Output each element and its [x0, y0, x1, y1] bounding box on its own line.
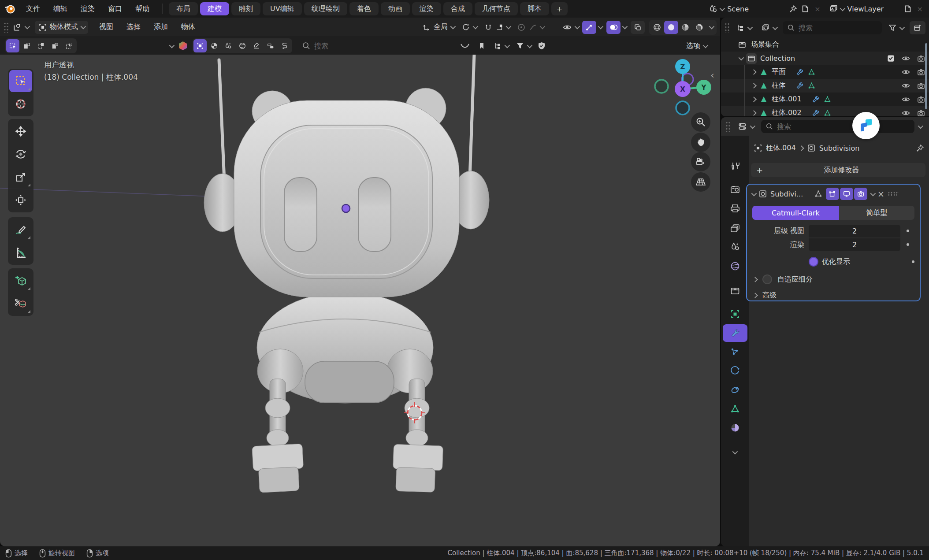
- gizmo-axis-neg-z[interactable]: [676, 101, 689, 115]
- zoom-button[interactable]: [691, 112, 710, 132]
- adaptive-subdivision-row[interactable]: 自适应细分: [747, 273, 920, 286]
- expand-chevron[interactable]: [751, 83, 757, 89]
- modifier-wrench-icon[interactable]: [795, 82, 804, 90]
- render-visibility-icon[interactable]: [917, 82, 925, 90]
- snap-controls[interactable]: [480, 21, 513, 34]
- falloff-dropdown[interactable]: [456, 39, 474, 52]
- select-mode-subtract[interactable]: [34, 39, 48, 52]
- tab-object[interactable]: [723, 305, 747, 323]
- viewport-options-dropdown[interactable]: 选项: [683, 39, 710, 52]
- properties-grip[interactable]: [725, 121, 731, 132]
- levels-render-field[interactable]: 2: [809, 238, 900, 251]
- mesh-data-icon[interactable]: [807, 68, 816, 76]
- outliner-id-filter[interactable]: [758, 21, 780, 34]
- tab-data[interactable]: [723, 400, 747, 418]
- render-visibility-icon[interactable]: [917, 68, 925, 77]
- xray-toggle[interactable]: [631, 21, 645, 34]
- new-viewlayer-icon[interactable]: [903, 4, 913, 14]
- hide-eye-icon[interactable]: [901, 54, 910, 63]
- hide-eye-icon[interactable]: [901, 81, 910, 90]
- filter-object-button[interactable]: [193, 39, 207, 52]
- viewlayer-name[interactable]: ViewLayer: [847, 5, 900, 13]
- levels-viewport-field[interactable]: 2: [809, 225, 900, 237]
- shading-rendered-button[interactable]: [692, 21, 706, 34]
- animate-dot[interactable]: [912, 260, 914, 263]
- breadcrumb-modifier[interactable]: Subdivision: [819, 144, 860, 152]
- tab-modifiers[interactable]: [723, 324, 747, 342]
- modifier-close-button[interactable]: ×: [877, 190, 884, 198]
- menu-help[interactable]: 帮助: [129, 2, 156, 15]
- scale-tool[interactable]: [9, 166, 32, 188]
- filter-action-button[interactable]: [278, 39, 291, 52]
- panel-expand-chevron[interactable]: [751, 190, 757, 196]
- unlink-scene-button[interactable]: ×: [813, 5, 822, 13]
- rotate-tool[interactable]: [9, 143, 32, 165]
- gizmo-chevron[interactable]: [598, 24, 604, 30]
- mesh-data-icon[interactable]: [823, 95, 832, 104]
- workspace-tab-shading[interactable]: 着色: [349, 2, 379, 15]
- tab-viewlayer[interactable]: [723, 219, 747, 237]
- properties-options-chevron[interactable]: [918, 123, 924, 129]
- pivot-selector[interactable]: [458, 21, 480, 34]
- camera-view-button[interactable]: [691, 152, 710, 171]
- catmull-clark-button[interactable]: Catmull-Clark: [752, 206, 839, 220]
- select-mode-extend[interactable]: [20, 39, 33, 52]
- expand-chevron[interactable]: [751, 110, 757, 116]
- mesh-data-icon[interactable]: [823, 109, 832, 116]
- gizmo-toggle[interactable]: [582, 21, 596, 34]
- render-display-toggle[interactable]: [854, 188, 867, 200]
- render-visibility-icon[interactable]: [917, 95, 925, 104]
- asset-collapse-chevron[interactable]: [169, 42, 175, 48]
- pin-icon[interactable]: [789, 4, 798, 13]
- add-menu[interactable]: 添加: [147, 21, 175, 34]
- outliner-display-mode[interactable]: [732, 21, 755, 34]
- subdivision-modifier-panel[interactable]: Subdivi...: [746, 184, 921, 301]
- scene-collection-row[interactable]: 场景集合: [721, 38, 929, 52]
- properties-editor-type[interactable]: [734, 120, 758, 133]
- workspace-tab-animation[interactable]: 动画: [381, 2, 410, 15]
- scene-browse-chevron[interactable]: [720, 5, 725, 11]
- cursor-tool[interactable]: [9, 93, 32, 115]
- workspace-tab-sculpting[interactable]: 雕刻: [231, 2, 260, 15]
- realtime-display-toggle[interactable]: [840, 188, 853, 200]
- add-cube-tool[interactable]: [9, 270, 32, 292]
- modifier-wrench-icon[interactable]: [811, 95, 820, 104]
- hide-eye-icon[interactable]: [901, 95, 910, 104]
- orientation-selector[interactable]: 全局: [419, 21, 458, 34]
- adaptive-checkbox[interactable]: [762, 274, 772, 284]
- new-collection-button[interactable]: [910, 21, 925, 34]
- workspace-tab-texturepaint[interactable]: 纹理绘制: [304, 2, 347, 15]
- tab-output[interactable]: [723, 200, 747, 217]
- tab-material[interactable]: [723, 419, 747, 437]
- navigation-gizmo[interactable]: Z Y X: [655, 59, 711, 115]
- pin-icon[interactable]: [916, 144, 925, 152]
- todesk-overlay-logo[interactable]: [852, 112, 880, 139]
- breadcrumb-object[interactable]: 柱体.004: [766, 144, 796, 153]
- filter-nodetree-button[interactable]: [264, 39, 277, 52]
- ortho-toggle-button[interactable]: [691, 172, 710, 192]
- menu-render[interactable]: 渲染: [74, 2, 101, 15]
- menu-window[interactable]: 窗口: [101, 2, 129, 15]
- annotate-tool[interactable]: [9, 219, 32, 241]
- viewlayer-browse-chevron[interactable]: [840, 5, 845, 11]
- menu-file[interactable]: 文件: [19, 2, 47, 15]
- expand-chevron[interactable]: [751, 69, 757, 75]
- asset-hexagon-icon[interactable]: [178, 41, 188, 51]
- outliner-filter[interactable]: [884, 21, 907, 34]
- tab-scene[interactable]: [723, 238, 747, 256]
- mode-selector[interactable]: 物体模式: [35, 21, 88, 34]
- visibility-toggles[interactable]: [559, 21, 582, 34]
- modifier-wrench-icon[interactable]: [811, 109, 820, 116]
- object-row-cylinder-002[interactable]: 柱体.002: [721, 106, 929, 116]
- render-visibility-icon[interactable]: [917, 54, 925, 63]
- select-mode-set[interactable]: [6, 39, 19, 52]
- object-row-plane[interactable]: 平面: [721, 65, 929, 79]
- header-grip[interactable]: [4, 22, 9, 33]
- tab-render[interactable]: [723, 181, 747, 198]
- workspace-tab-compositing[interactable]: 合成: [443, 2, 472, 15]
- tab-constraints[interactable]: [723, 381, 747, 399]
- remove-viewlayer-button[interactable]: ×: [915, 5, 925, 13]
- shading-material-button[interactable]: [678, 21, 692, 34]
- workspace-tab-modeling[interactable]: 建模: [200, 2, 229, 15]
- collection-row[interactable]: Collection: [721, 52, 929, 65]
